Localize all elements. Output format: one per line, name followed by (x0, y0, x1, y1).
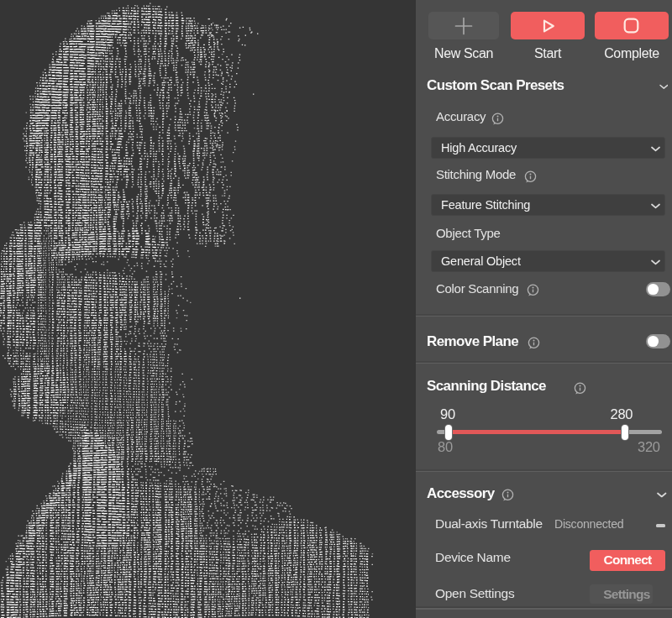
svg-text:High Accuracy: High Accuracy (441, 141, 517, 154)
svg-text:General Object: General Object (441, 254, 521, 268)
svg-text:Connect: Connect (603, 553, 652, 567)
svg-text:Feature Stitching: Feature Stitching (441, 198, 530, 212)
svg-text:Settings: Settings (603, 587, 650, 601)
